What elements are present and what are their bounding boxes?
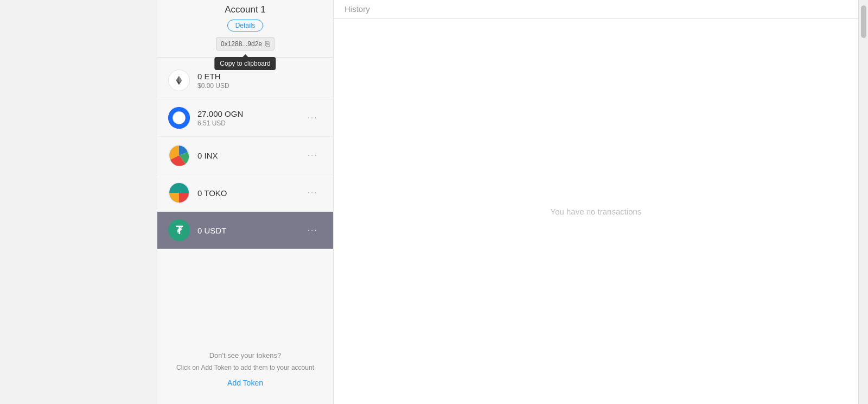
usdt-amount: 0 USDT (197, 226, 303, 235)
toko-icon (168, 182, 190, 204)
details-button[interactable]: Details (227, 20, 264, 31)
add-token-section: Don't see your tokens? Click on Add Toke… (157, 342, 333, 393)
token-item-eth[interactable]: 0 ETH $0.00 USD (157, 62, 333, 99)
dont-see-text: Don't see your tokens? (168, 351, 322, 359)
usdt-info: 0 USDT (197, 226, 303, 235)
history-panel: History You have no transactions (334, 0, 858, 404)
address-box[interactable]: 0x1288...9d2e ⎘ Copy to clipboard (216, 37, 275, 50)
history-empty: You have no transactions (334, 19, 858, 404)
account-header: Account 1 Details 0x1288...9d2e ⎘ Copy t… (157, 0, 333, 53)
copy-icon[interactable]: ⎘ (265, 40, 270, 48)
usdt-menu[interactable]: ··· (303, 223, 322, 237)
ogn-menu[interactable]: ··· (303, 111, 322, 125)
toko-menu[interactable]: ··· (303, 186, 322, 200)
eth-amount: 0 ETH (197, 72, 322, 81)
history-header: History (334, 0, 858, 19)
account-title: Account 1 (166, 4, 324, 15)
address-row: 0x1288...9d2e ⎘ Copy to clipboard (166, 37, 324, 50)
inx-amount: 0 INX (197, 151, 303, 160)
wallet-panel: Account 1 Details 0x1288...9d2e ⎘ Copy t… (157, 0, 334, 404)
history-title: History (344, 4, 370, 14)
token-list: 0 ETH $0.00 USD 27.000 OGN 6.51 USD ··· (157, 62, 333, 342)
address-text: 0x1288...9d2e (221, 40, 262, 48)
eth-usd: $0.00 USD (197, 82, 322, 90)
token-item-inx[interactable]: 0 INX ··· (157, 137, 333, 174)
inx-menu[interactable]: ··· (303, 148, 322, 162)
ogn-usd: 6.51 USD (197, 119, 303, 127)
token-item-usdt[interactable]: ₮ 0 USDT ··· (157, 212, 333, 249)
add-token-link[interactable]: Add Token (227, 378, 263, 387)
ogn-icon (168, 107, 190, 129)
toko-amount: 0 TOKO (197, 188, 303, 198)
scrollbar-thumb[interactable] (861, 5, 866, 38)
token-item-toko[interactable]: 0 TOKO ··· (157, 174, 333, 212)
divider (157, 57, 333, 58)
usdt-icon: ₮ (168, 219, 190, 241)
eth-icon (168, 70, 190, 91)
click-add-instruction: Click on Add Token to add them to your a… (168, 363, 322, 373)
toko-info: 0 TOKO (197, 188, 303, 198)
ogn-amount: 27.000 OGN (197, 109, 303, 118)
inx-icon (168, 144, 190, 166)
inx-info: 0 INX (197, 151, 303, 160)
left-spacer (0, 0, 157, 404)
eth-info: 0 ETH $0.00 USD (197, 72, 322, 90)
svg-text:₮: ₮ (176, 224, 183, 236)
ogn-info: 27.000 OGN 6.51 USD (197, 109, 303, 127)
token-item-ogn[interactable]: 27.000 OGN 6.51 USD ··· (157, 99, 333, 137)
scrollbar-track[interactable] (858, 0, 868, 404)
